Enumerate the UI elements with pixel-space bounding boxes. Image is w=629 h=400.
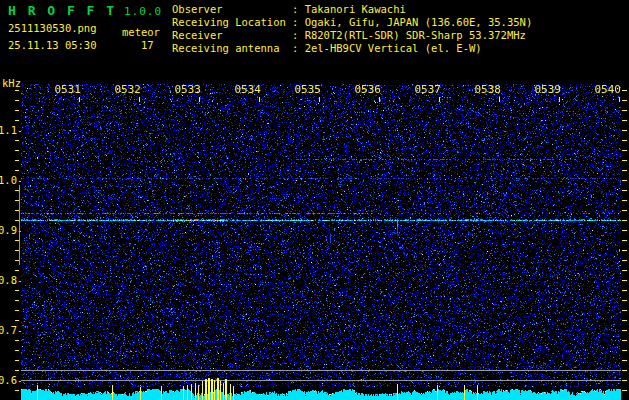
y-axis-right-tick [622,220,627,221]
x-axis-tick [139,97,140,102]
y-axis-right-tick [622,320,627,321]
x-axis-tick [439,97,440,102]
y-axis-right-tick [622,390,627,391]
y-axis-minor-tick [15,390,19,391]
station-info-row: Observer: Takanori Kawachi [172,3,532,16]
y-axis-right-tick [622,230,627,231]
x-axis-tick [379,97,380,102]
x-axis-time-label: 0532 [113,83,141,96]
y-axis-tick-label: 0.7- [0,324,22,336]
y-axis-right-tick [622,210,627,211]
x-axis-tick [199,97,200,102]
capture-datetime: 25.11.13 05:30 [8,39,97,51]
app-title: H R O F F T [8,3,116,18]
y-axis-minor-tick [15,350,19,351]
y-axis-right-tick [622,330,627,331]
y-axis-right-tick [622,90,627,91]
info-label: Observer [172,3,292,16]
x-axis-tick [319,97,320,102]
x-axis-tick [499,97,500,102]
y-axis-minor-tick [15,270,19,271]
y-axis-right-tick [622,190,627,191]
y-axis-right-tick [622,130,627,131]
spectrogram-plot [21,84,621,400]
x-axis-time-label: 0538 [473,83,501,96]
y-axis-right-tick [622,340,627,341]
detection-window-marker [19,185,20,265]
info-label: Receiving Location [172,16,292,29]
app-version: 1.0.0 [124,5,162,18]
y-axis-right-tick [622,290,627,291]
y-axis-right-tick [622,370,627,371]
y-axis-minor-tick [15,340,19,341]
x-axis-tick [259,97,260,102]
y-axis-minor-tick [15,170,19,171]
info-value: : R820T2(RTL-SDR) SDR-Sharp 53.372MHz [292,29,526,41]
y-axis-right-tick [622,240,627,241]
y-axis-right-tick [622,170,627,171]
station-info-row: Receiver: R820T2(RTL-SDR) SDR-Sharp 53.3… [172,29,532,42]
station-info-row: Receiving Location: Ogaki, Gifu, JAPAN (… [172,16,532,29]
station-info-row: Receiving antenna: 2el-HB9CV Vertical (e… [172,42,532,55]
y-axis-minor-tick [15,100,19,101]
y-axis-right-tick [622,380,627,381]
y-axis-right-tick [622,160,627,161]
y-axis-minor-tick [15,290,19,291]
x-axis-time-label: 0536 [353,83,381,96]
y-axis-right-tick [622,310,627,311]
mode-label: meteor [122,26,160,38]
y-axis-right-tick [622,180,627,181]
y-axis-right-tick [622,250,627,251]
y-axis-minor-tick [15,150,19,151]
y-axis-unit-label: kHz [2,77,21,89]
station-info: Observer: Takanori KawachiReceiving Loca… [172,3,532,55]
meteor-count: 17 [141,39,154,51]
info-value: : Takanori Kawachi [292,3,406,15]
y-axis-right-tick [622,150,627,151]
x-axis-tick [619,97,620,102]
y-axis-right-tick [622,300,627,301]
info-label: Receiver [172,29,292,42]
y-axis-minor-tick [15,120,19,121]
y-axis-right-tick [622,100,627,101]
y-axis-minor-tick [15,300,19,301]
x-axis-time-label: 0535 [293,83,321,96]
y-axis-right-tick [622,120,627,121]
x-axis-time-label: 0534 [233,83,261,96]
y-axis-right-tick [622,200,627,201]
y-axis-minor-tick [15,320,19,321]
y-axis-minor-tick [15,310,19,311]
y-axis-tick-label: 0.6- [0,374,22,386]
y-axis-minor-tick [15,110,19,111]
y-axis-right-tick [622,360,627,361]
y-axis-minor-tick [15,360,19,361]
x-axis-time-label: 0537 [413,83,441,96]
x-axis-time-label: 0533 [173,83,201,96]
x-axis-time-label: 0539 [533,83,561,96]
y-axis-tick-label: 1.1- [0,124,22,136]
info-value: : Ogaki, Gifu, JAPAN (136.60E, 35.35N) [292,16,532,28]
y-axis-minor-tick [15,90,19,91]
y-axis-right-tick [622,260,627,261]
y-axis-minor-tick [15,370,19,371]
output-filename: 2511130530.png [8,22,97,34]
y-axis-right-tick [622,350,627,351]
info-label: Receiving antenna [172,42,292,55]
y-axis-tick-label: 0.8- [0,274,22,286]
x-axis-time-label: 0540 [593,83,621,96]
x-axis-tick [79,97,80,102]
y-axis-right-tick [622,280,627,281]
y-axis-right-tick [622,140,627,141]
y-axis-minor-tick [15,160,19,161]
x-axis-time-label: 0531 [53,83,81,96]
y-axis-right-tick [622,270,627,271]
info-value: : 2el-HB9CV Vertical (el. E-W) [292,42,482,54]
y-axis-minor-tick [15,140,19,141]
x-axis-tick [559,97,560,102]
hrofft-window: H R O F F T 1.0.0 2511130530.png meteor … [0,0,629,400]
y-axis-right-tick [622,110,627,111]
